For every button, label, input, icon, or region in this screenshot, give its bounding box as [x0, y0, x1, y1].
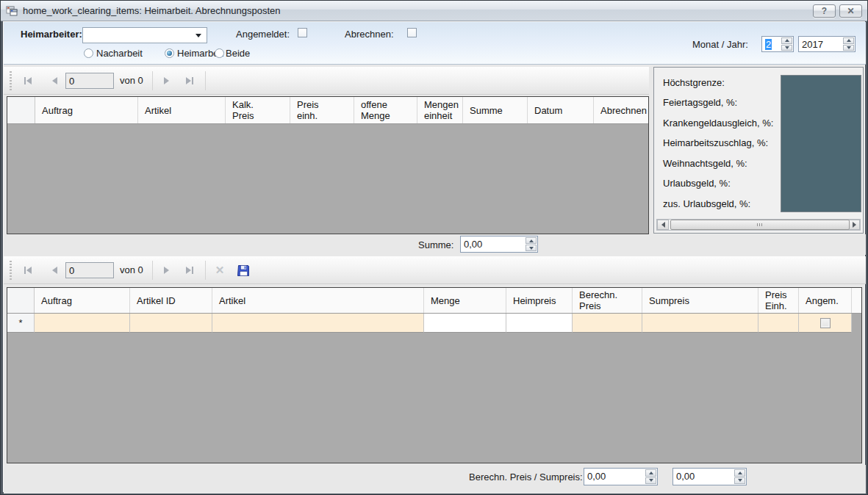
sumpreis-updown[interactable]: 0,00: [672, 468, 747, 485]
summe-row: Summe: 0,00: [4, 234, 866, 255]
app-icon: [6, 5, 18, 17]
urlaubsgeld-label: Urlaubsgeld, %:: [663, 178, 731, 189]
abrechnen-checkbox[interactable]: [407, 28, 417, 37]
new-row-cell-preis-einh[interactable]: [758, 314, 799, 333]
move-last-icon: [186, 267, 191, 274]
radio-nacharbeit-label: Nacharbeit: [96, 48, 143, 59]
bottom-nav-previous-button[interactable]: [46, 261, 62, 279]
column-header-artikel-id[interactable]: Artikel ID: [130, 288, 212, 313]
side-panel-hscrollbar[interactable]: [656, 219, 861, 231]
column-header-abrechnen[interactable]: Abrechnen: [594, 97, 648, 123]
top-nav-previous-button[interactable]: [46, 72, 62, 90]
new-row-cell-angem[interactable]: [799, 314, 852, 333]
sumpreis-spin-up-button[interactable]: [734, 469, 745, 477]
radio-beide[interactable]: [215, 48, 224, 58]
berechn-preis-value[interactable]: 0,00: [584, 469, 645, 485]
titlebar[interactable]: home_work_clearing_items: Heimarbeit. Ab…: [1, 1, 867, 21]
jahr-spin-up-button[interactable]: [843, 37, 854, 44]
monat-spin-down-button[interactable]: [781, 45, 792, 51]
bottom-nav-next-button[interactable]: [158, 261, 174, 279]
column-header-kalk-preis[interactable]: Kalk. Preis: [226, 97, 290, 123]
move-previous-icon: [52, 267, 57, 274]
column-header-berechn-preis[interactable]: Berechn. Preis: [573, 288, 642, 313]
angemeldet-checkbox[interactable]: [298, 28, 307, 37]
help-button[interactable]: ?: [813, 4, 836, 18]
column-header-mengen-einheit[interactable]: Mengen einheit: [417, 97, 463, 123]
row-header-cell: [7, 288, 35, 313]
berechn-spin-up-button[interactable]: [645, 469, 656, 477]
toolbar-grip[interactable]: [10, 261, 12, 280]
scrollbar-track[interactable]: [669, 220, 848, 230]
new-row-cell-artikel-id[interactable]: [130, 314, 212, 333]
column-header-artikel[interactable]: Artikel: [212, 288, 424, 313]
scrollbar-thumb[interactable]: [670, 220, 850, 230]
spin-up-icon: [785, 39, 789, 42]
zus-urlaubsgeld-label: zus. Urlaubsgeld, %:: [663, 198, 750, 209]
new-row-cell-menge[interactable]: [424, 314, 506, 333]
column-header-sumpreis[interactable]: Sumpreis: [642, 288, 758, 313]
radio-heimarbeit[interactable]: [165, 48, 174, 58]
column-header-angem[interactable]: Angem.: [799, 288, 852, 313]
top-nav-last-button[interactable]: [182, 72, 198, 90]
save-button[interactable]: [234, 261, 252, 279]
column-header-preis-einh[interactable]: Preis einh.: [290, 97, 354, 123]
values-panel: [781, 75, 861, 212]
monat-value[interactable]: 2: [765, 39, 772, 50]
allowance-side-panel: Höchstgrenze: Feiertagsgeld, %: Krankeng…: [653, 67, 864, 234]
berechn-spin-down-button[interactable]: [645, 477, 656, 485]
new-row-cell-berechn-preis[interactable]: [573, 314, 642, 333]
krankengeldausgleich-label: Krankengeldausgleich, %:: [663, 118, 773, 129]
bottom-nav-first-button[interactable]: [20, 261, 36, 279]
column-header-summe[interactable]: Summe: [463, 97, 528, 123]
jahr-value[interactable]: 2017: [799, 37, 843, 51]
column-header-artikel[interactable]: Artikel: [138, 97, 226, 123]
spin-down-icon: [738, 479, 742, 482]
toolbar-separator: [205, 71, 206, 90]
new-row-marker: *: [7, 314, 35, 333]
toolbar-grip[interactable]: [10, 71, 12, 90]
spin-up-icon: [529, 239, 534, 242]
jahr-spin-down-button[interactable]: [843, 45, 854, 51]
monat-updown[interactable]: 2: [761, 36, 794, 52]
scroll-left-icon: [661, 222, 665, 228]
new-row-cell-artikel[interactable]: [212, 314, 424, 333]
top-nav-count-label: von 0: [120, 75, 143, 86]
monat-spin-up-button[interactable]: [781, 37, 792, 44]
berechn-preis-updown[interactable]: 0,00: [584, 468, 658, 485]
radio-nacharbeit[interactable]: [84, 48, 93, 58]
summe-spin-down-button[interactable]: [526, 245, 537, 251]
weihnachtsgeld-label: Weihnachtsgeld, %:: [663, 158, 747, 169]
top-nav-next-button[interactable]: [158, 72, 174, 90]
clearing-items-grid-header: Auftrag Artikel Kalk. Preis Preis einh. …: [7, 97, 648, 124]
bottom-nav-position-input[interactable]: [65, 262, 114, 278]
column-header-auftrag[interactable]: Auftrag: [35, 288, 130, 313]
scroll-left-button[interactable]: [657, 220, 669, 230]
column-header-offene-menge[interactable]: offene Menge: [354, 97, 417, 123]
heimarbeiter-label: Heimarbeiter:: [21, 29, 82, 40]
new-row-cell-heimpreis[interactable]: [506, 314, 573, 333]
column-header-heimpreis[interactable]: Heimpreis: [506, 288, 573, 313]
top-nav-first-button[interactable]: [20, 72, 36, 90]
sumpreis-spin-down-button[interactable]: [734, 477, 745, 485]
sumpreis-value[interactable]: 0,00: [673, 469, 734, 485]
angem-checkbox[interactable]: [820, 318, 831, 328]
delete-button[interactable]: ✕: [211, 261, 229, 279]
spin-up-icon: [649, 471, 653, 474]
column-header-preis-einh[interactable]: Preis Einh.: [758, 288, 799, 313]
heimarbeiter-combobox[interactable]: [82, 27, 207, 43]
close-button[interactable]: ✕: [839, 4, 862, 18]
summe-updown[interactable]: 0,00: [460, 236, 538, 253]
column-header-menge[interactable]: Menge: [424, 288, 506, 313]
new-row-cell-auftrag[interactable]: [35, 314, 130, 333]
summe-spin-up-button[interactable]: [526, 237, 537, 244]
scroll-right-button[interactable]: [848, 220, 860, 230]
top-nav-position-input[interactable]: [65, 73, 114, 89]
summe-value[interactable]: 0,00: [461, 236, 526, 252]
heimarbeitszuschlag-label: Heimarbeitszuschlag, %:: [663, 137, 768, 148]
new-row-cell-sumpreis[interactable]: [642, 314, 758, 333]
bottom-nav-last-button[interactable]: [182, 261, 198, 279]
column-header-auftrag[interactable]: Auftrag: [35, 97, 138, 123]
jahr-updown[interactable]: 2017: [798, 36, 856, 52]
column-header-datum[interactable]: Datum: [528, 97, 594, 123]
spin-down-icon: [785, 46, 789, 49]
